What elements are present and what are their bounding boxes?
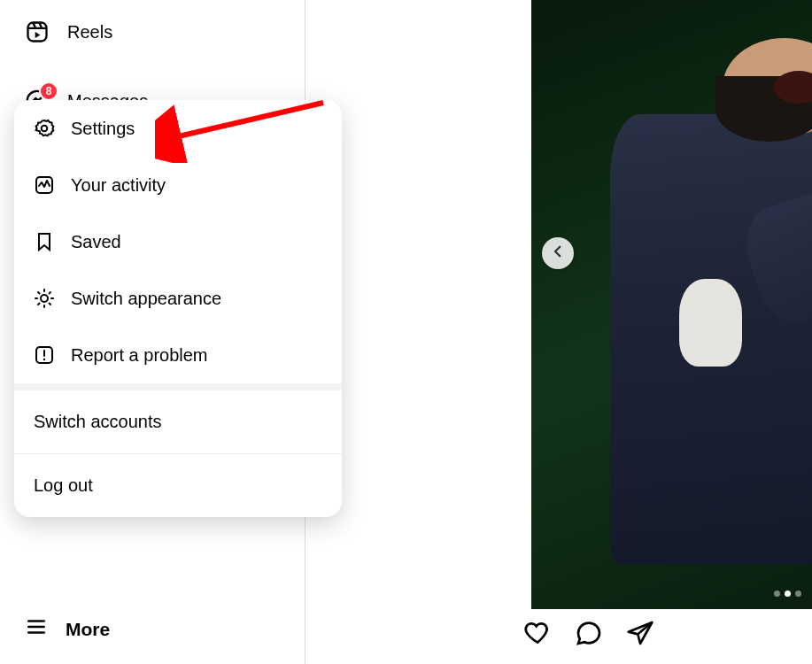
post-image[interactable] <box>531 0 812 609</box>
carousel-dots <box>774 591 801 597</box>
svg-line-14 <box>50 292 51 294</box>
post-area <box>531 0 812 609</box>
nav-reels-label: Reels <box>67 22 112 42</box>
post-actions <box>522 620 655 650</box>
hamburger-icon <box>25 615 48 643</box>
like-button[interactable] <box>522 620 553 650</box>
menu-appearance-label: Switch appearance <box>71 289 221 309</box>
menu-settings[interactable]: Settings <box>14 100 342 157</box>
menu-separator <box>14 383 342 390</box>
svg-point-17 <box>43 359 45 360</box>
report-icon <box>34 344 55 366</box>
menu-logout-label: Log out <box>34 475 93 495</box>
gear-icon <box>34 118 55 139</box>
heart-icon <box>523 619 552 651</box>
nav-reels[interactable]: Reels <box>0 9 305 55</box>
menu-activity[interactable]: Your activity <box>14 157 342 213</box>
carousel-dot <box>795 591 801 597</box>
menu-report[interactable]: Report a problem <box>14 327 342 383</box>
carousel-dot-active <box>785 591 791 597</box>
menu-report-label: Report a problem <box>71 345 208 366</box>
carousel-dot <box>774 591 780 597</box>
menu-logout[interactable]: Log out <box>14 454 342 517</box>
menu-switch-accounts[interactable]: Switch accounts <box>14 390 342 453</box>
messages-badge: 8 <box>39 81 58 101</box>
svg-line-13 <box>38 304 40 305</box>
svg-point-4 <box>42 126 48 132</box>
svg-line-11 <box>38 292 40 294</box>
share-button[interactable] <box>625 620 655 650</box>
menu-saved-label: Saved <box>71 232 121 252</box>
carousel-prev-button[interactable] <box>542 237 574 269</box>
more-menu-popup: Settings Your activity Saved <box>14 100 342 517</box>
more-label: More <box>66 619 110 640</box>
menu-switch-accounts-label: Switch accounts <box>34 412 162 431</box>
more-button[interactable]: More <box>0 605 305 653</box>
menu-settings-label: Settings <box>71 119 135 139</box>
menu-activity-label: Your activity <box>71 175 166 196</box>
share-icon <box>626 619 654 651</box>
svg-rect-0 <box>28 23 47 42</box>
svg-point-6 <box>41 295 48 302</box>
svg-line-12 <box>50 304 51 305</box>
chevron-left-icon <box>550 243 566 263</box>
comment-button[interactable] <box>574 620 604 650</box>
post-image-figure <box>599 49 812 597</box>
comment-icon <box>575 619 603 651</box>
reels-icon <box>25 19 50 44</box>
menu-appearance[interactable]: Switch appearance <box>14 270 342 327</box>
sun-icon <box>34 288 55 309</box>
bookmark-icon <box>34 231 55 252</box>
menu-saved[interactable]: Saved <box>14 213 342 270</box>
activity-icon <box>34 174 55 196</box>
